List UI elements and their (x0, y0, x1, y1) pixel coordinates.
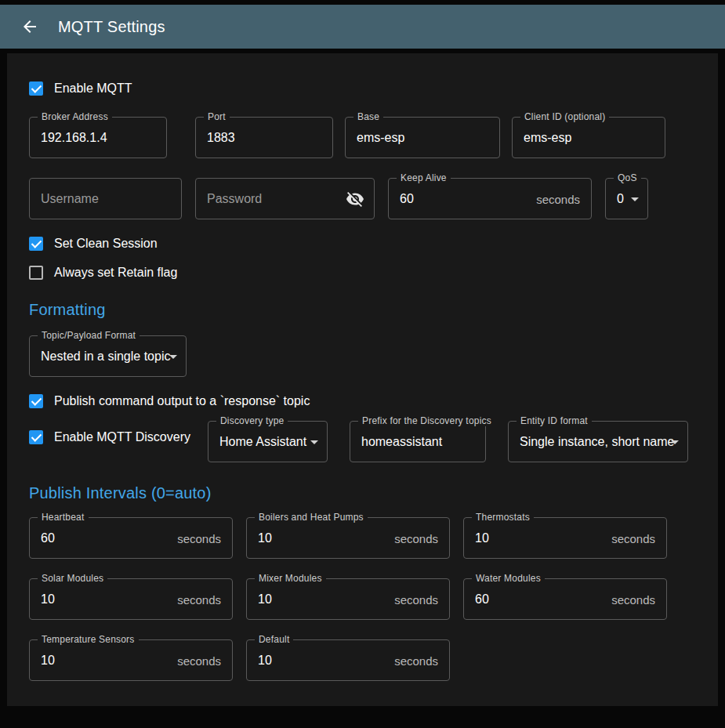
page-title: MQTT Settings (58, 18, 165, 36)
interval-thermostats-field: Thermostats seconds (463, 517, 667, 559)
clean-session-label: Set Clean Session (54, 237, 158, 251)
base-label: Base (353, 111, 383, 122)
back-button[interactable] (13, 9, 47, 44)
publish-intervals-heading: Publish Intervals (0=auto) (29, 484, 696, 502)
broker-address-label: Broker Address (38, 111, 112, 122)
interval-label: Boilers and Heat Pumps (255, 512, 368, 523)
entity-id-format-label: Entity ID format (517, 415, 592, 426)
discovery-type-label: Discovery type (216, 415, 288, 426)
interval-label: Water Modules (472, 573, 545, 584)
broker-row: Broker Address Port Base Client ID (opti… (29, 117, 696, 158)
username-field (29, 178, 182, 219)
settings-form: Enable MQTT Broker Address Port Base Cli… (7, 53, 718, 706)
port-label: Port (204, 111, 230, 122)
publish-response-label: Publish command output to a `response` t… (54, 394, 310, 408)
interval-label: Default (255, 634, 293, 645)
visibility-off-icon (346, 190, 364, 208)
keep-alive-field: Keep Alive seconds (388, 178, 592, 219)
interval-mixer-input[interactable] (247, 579, 449, 619)
password-field (195, 178, 375, 219)
interval-solar-field: Solar Modules seconds (29, 578, 233, 620)
app-bar: MQTT Settings (0, 5, 725, 49)
interval-boilers-input[interactable] (247, 518, 449, 558)
arrow-back-icon (20, 17, 39, 36)
dropdown-arrow-icon (665, 433, 684, 451)
interval-water-input[interactable] (464, 579, 666, 619)
dropdown-arrow-icon (625, 190, 644, 208)
base-field: Base (345, 117, 500, 158)
interval-boilers-field: Boilers and Heat Pumps seconds (246, 517, 450, 559)
interval-temperature-sensors-field: Temperature Sensors seconds (29, 639, 233, 681)
broker-address-field: Broker Address (29, 117, 167, 158)
interval-heartbeat-field: Heartbeat seconds (29, 517, 233, 559)
credentials-row: Keep Alive seconds QoS 0 (29, 178, 696, 219)
client-id-label: Client ID (optional) (520, 111, 609, 122)
discovery-prefix-field: Prefix for the Discovery topics (350, 421, 486, 462)
checkbox-icon (29, 394, 43, 408)
port-input[interactable] (196, 118, 332, 158)
client-id-input[interactable] (513, 118, 665, 158)
toggle-password-visibility-button[interactable] (341, 185, 369, 213)
enable-discovery-checkbox[interactable]: Enable MQTT Discovery (29, 430, 190, 444)
publish-response-checkbox[interactable]: Publish command output to a `response` t… (29, 394, 310, 408)
interval-temperature-sensors-input[interactable] (30, 640, 232, 680)
interval-label: Mixer Modules (255, 573, 326, 584)
retain-flag-checkbox[interactable]: Always set Retain flag (29, 266, 177, 280)
username-input[interactable] (30, 179, 181, 219)
discovery-row: Enable MQTT Discovery Discovery type Hom… (29, 421, 696, 462)
retain-flag-label: Always set Retain flag (54, 266, 177, 280)
interval-label: Solar Modules (38, 573, 107, 584)
discovery-prefix-input[interactable] (350, 422, 485, 462)
dropdown-arrow-icon (164, 347, 183, 366)
checkbox-icon (29, 430, 43, 444)
interval-label: Heartbeat (38, 512, 89, 523)
clean-session-checkbox[interactable]: Set Clean Session (29, 237, 158, 251)
enable-discovery-label: Enable MQTT Discovery (54, 430, 190, 444)
topic-format-select[interactable]: Topic/Payload Format Nested in a single … (29, 335, 187, 377)
topic-format-label: Topic/Payload Format (38, 330, 140, 341)
entity-id-format-select[interactable]: Entity ID format Single instance, short … (508, 421, 688, 462)
broker-address-input[interactable] (30, 118, 166, 158)
interval-label: Thermostats (472, 512, 534, 523)
interval-solar-input[interactable] (30, 579, 232, 619)
formatting-heading: Formatting (29, 301, 696, 319)
interval-heartbeat-input[interactable] (30, 518, 232, 558)
keep-alive-input[interactable] (389, 179, 591, 219)
port-field: Port (195, 117, 333, 158)
checkbox-icon (29, 81, 43, 96)
qos-label: QoS (614, 172, 641, 183)
interval-thermostats-input[interactable] (464, 518, 666, 558)
enable-mqtt-checkbox[interactable]: Enable MQTT (29, 81, 132, 96)
interval-default-input[interactable] (247, 640, 449, 680)
interval-water-field: Water Modules seconds (463, 578, 667, 620)
client-id-field: Client ID (optional) (512, 117, 665, 158)
checkbox-icon (29, 266, 43, 280)
interval-default-field: Default seconds (246, 639, 450, 681)
checkbox-icon (29, 237, 43, 251)
enable-mqtt-label: Enable MQTT (54, 81, 132, 96)
keep-alive-label: Keep Alive (397, 172, 451, 183)
intervals-grid: Heartbeat seconds Boilers and Heat Pumps… (29, 517, 696, 681)
dropdown-arrow-icon (305, 433, 324, 451)
base-input[interactable] (346, 118, 499, 158)
interval-label: Temperature Sensors (38, 634, 139, 645)
discovery-type-select[interactable]: Discovery type Home Assistant (208, 421, 328, 462)
interval-mixer-field: Mixer Modules seconds (246, 578, 450, 620)
qos-select[interactable]: QoS 0 (605, 178, 648, 219)
discovery-prefix-label: Prefix for the Discovery topics (358, 415, 495, 426)
